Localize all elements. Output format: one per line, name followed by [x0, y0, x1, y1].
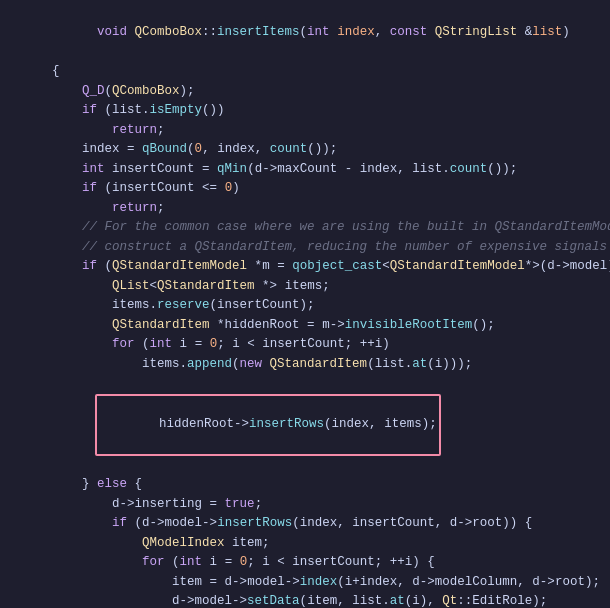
code-line-5: index = qBound(0, index, count()); [0, 140, 610, 160]
code-line-6: int insertCount = qMin(d->maxCount - ind… [0, 160, 610, 180]
code-line-highlighted: hiddenRoot->insertRows(index, items); [0, 374, 610, 475]
code-line-12: QStandardItem *hiddenRoot = m->invisible… [0, 316, 610, 336]
code-line-4: return; [0, 121, 610, 141]
code-line-16: d->inserting = true; [0, 495, 610, 515]
code-line-10: QList<QStandardItem *> items; [0, 277, 610, 297]
code-line-20: item = d->model->index(i+index, d->model… [0, 573, 610, 593]
code-line-21: d->model->setData(item, list.at(i), Qt::… [0, 592, 610, 608]
code-line-comment2: // construct a QStandardItem, reducing t… [0, 238, 610, 258]
code-line-9: if (QStandardItemModel *m = qobject_cast… [0, 257, 610, 277]
code-line-8: return; [0, 199, 610, 219]
code-line-1: { [0, 62, 610, 82]
code-line-3: if (list.isEmpty()) [0, 101, 610, 121]
code-line-15: } else { [0, 475, 610, 495]
code-content: void QComboBox::insertItems(int index, c… [52, 4, 602, 62]
code-line-19: for (int i = 0; i < insertCount; ++i) { [0, 553, 610, 573]
code-line-2: Q_D(QComboBox); [0, 82, 610, 102]
code-line-comment1: // For the common case where we are usin… [0, 218, 610, 238]
code-line-13: for (int i = 0; i < insertCount; ++i) [0, 335, 610, 355]
code-line-17: if (d->model->insertRows(index, insertCo… [0, 514, 610, 534]
highlight-box: hiddenRoot->insertRows(index, items); [95, 394, 441, 456]
code-line-signature: void QComboBox::insertItems(int index, c… [0, 4, 610, 62]
code-line-14: items.append(new QStandardItem(list.at(i… [0, 355, 610, 375]
code-line-11: items.reserve(insertCount); [0, 296, 610, 316]
code-editor: void QComboBox::insertItems(int index, c… [0, 0, 610, 608]
code-line-7: if (insertCount <= 0) [0, 179, 610, 199]
code-line-18: QModelIndex item; [0, 534, 610, 554]
